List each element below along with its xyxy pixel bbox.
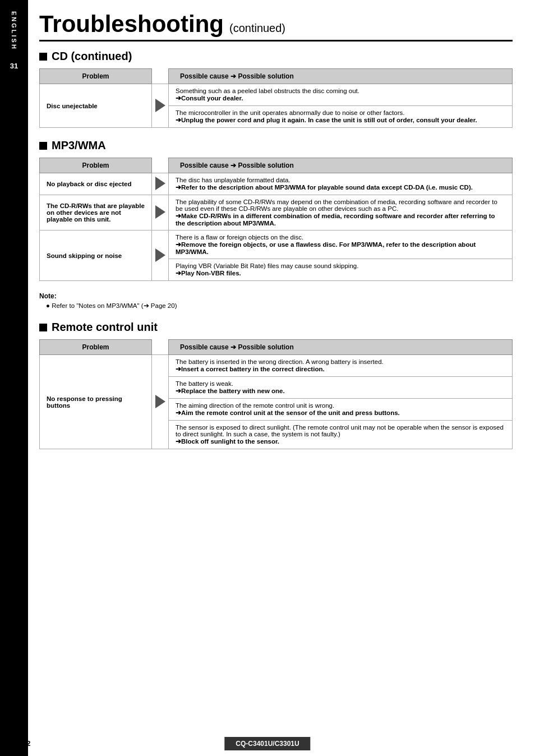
cd-solution-header: Possible cause ➔ Possible solution <box>169 69 513 84</box>
mp3-arrow-1 <box>152 173 169 195</box>
mp3-problem-cdr: The CD-R/RWs that are playable on other … <box>40 195 152 231</box>
remote-section-icon <box>39 324 47 331</box>
mp3-section-icon <box>39 142 47 150</box>
main-content: Troubleshooting (continued) CD (continue… <box>39 11 513 449</box>
mp3-problem-no-playback: No playback or disc ejected <box>40 173 152 195</box>
remote-arrow-1 <box>152 355 169 449</box>
page-number: 32 <box>22 739 30 748</box>
cd-table: Problem Possible cause ➔ Possible soluti… <box>39 68 513 128</box>
note-title: Note: <box>39 292 513 300</box>
sidebar-language: ENGLISH <box>11 11 17 50</box>
remote-problem-header: Problem <box>40 340 152 355</box>
mp3-arrow-3 <box>152 231 169 281</box>
remote-section-header: Remote control unit <box>39 321 513 334</box>
note-section: Note: Refer to "Notes on MP3/WMA" (➔ Pag… <box>39 292 513 310</box>
cd-section-title: CD (continued) <box>52 50 132 63</box>
cd-solution-1a: Something such as a peeled label obstruc… <box>169 84 513 106</box>
remote-solution-1c: The aiming direction of the remote contr… <box>169 399 513 421</box>
model-number: CQ-C3401U/C3301U <box>224 737 310 750</box>
mp3-arrow-2 <box>152 195 169 231</box>
title-row: Troubleshooting (continued) <box>39 11 513 42</box>
remote-problem-no-response: No response to pressing buttons <box>40 355 152 449</box>
mp3-solution-3a: There is a flaw or foreign objects on th… <box>169 231 513 259</box>
mp3-section-header: MP3/WMA <box>39 139 513 152</box>
remote-section-title: Remote control unit <box>52 321 158 334</box>
mp3-section-title: MP3/WMA <box>52 139 106 152</box>
note-item-1: Refer to "Notes on MP3/WMA" (➔ Page 20) <box>39 302 513 310</box>
page-title: Troubleshooting <box>39 11 224 37</box>
cd-solution-1b: The microcontroller in the unit operates… <box>169 106 513 128</box>
sidebar-page: 31 <box>10 62 18 70</box>
mp3-problem-skipping: Sound skipping or noise <box>40 231 152 281</box>
mp3-table: Problem Possible cause ➔ Possible soluti… <box>39 158 513 281</box>
mp3-solution-3b: Playing VBR (Variable Bit Rate) files ma… <box>169 259 513 281</box>
remote-table: Problem Possible cause ➔ Possible soluti… <box>39 339 513 449</box>
page-title-continued: (continued) <box>229 22 285 35</box>
remote-solution-1b: The battery is weak. ➔Replace the batter… <box>169 377 513 399</box>
mp3-solution-1a: The disc has unplayable formatted data. … <box>169 173 513 195</box>
cd-problem-header: Problem <box>40 69 152 84</box>
mp3-problem-header: Problem <box>40 158 152 173</box>
sidebar: ENGLISH 31 <box>0 0 28 756</box>
mp3-solution-2a: The playability of some CD-R/RWs may dep… <box>169 195 513 231</box>
mp3-solution-header: Possible cause ➔ Possible solution <box>169 158 513 173</box>
cd-arrow-1 <box>152 84 169 128</box>
remote-solution-header: Possible cause ➔ Possible solution <box>169 340 513 355</box>
cd-section-header: CD (continued) <box>39 50 513 63</box>
remote-solution-1d: The sensor is exposed to direct sunlight… <box>169 421 513 449</box>
cd-section-icon <box>39 53 47 61</box>
cd-problem-disc-unejectable: Disc unejectable <box>40 84 152 128</box>
remote-solution-1a: The battery is inserted in the wrong dir… <box>169 355 513 377</box>
